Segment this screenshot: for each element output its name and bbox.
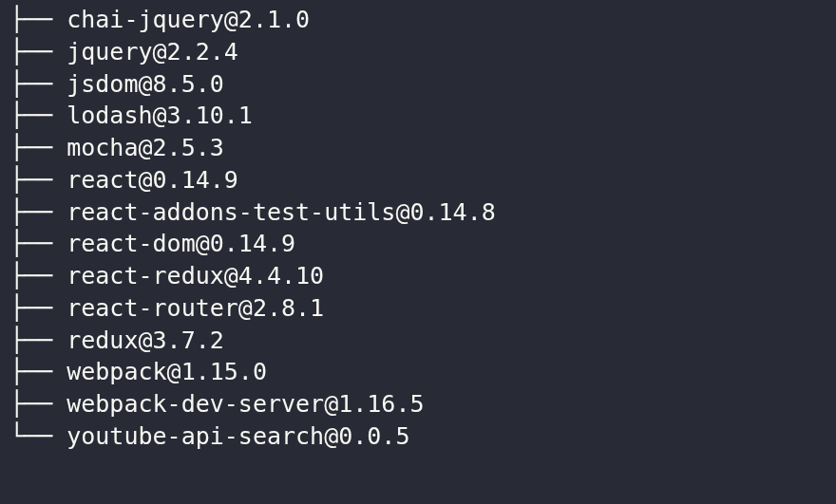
tree-branch-icon: ├── — [10, 196, 66, 229]
package-name: mocha@2.5.3 — [66, 132, 224, 164]
package-line: ├── react-router@2.8.1 — [10, 292, 826, 325]
tree-branch-icon: ├── — [10, 228, 66, 260]
package-line: ├── jquery@2.2.4 — [10, 36, 826, 68]
package-name: webpack@1.15.0 — [66, 356, 267, 388]
package-name: jquery@2.2.4 — [66, 36, 238, 68]
package-line: ├── react-redux@4.4.10 — [10, 260, 826, 292]
package-name: redux@3.7.2 — [66, 325, 224, 357]
tree-branch-icon: ├── — [10, 164, 66, 196]
package-name: react-router@2.8.1 — [66, 292, 324, 325]
package-line: ├── react-addons-test-utils@0.14.8 — [10, 196, 826, 229]
package-name: webpack-dev-server@1.16.5 — [66, 388, 424, 420]
package-line: ├── mocha@2.5.3 — [10, 132, 826, 164]
tree-branch-icon: ├── — [10, 260, 66, 292]
package-name: react-addons-test-utils@0.14.8 — [66, 196, 496, 229]
tree-branch-icon: ├── — [10, 325, 66, 357]
package-line: ├── redux@3.7.2 — [10, 325, 826, 357]
tree-branch-icon: ├── — [10, 36, 66, 68]
package-line: ├── jsdom@8.5.0 — [10, 68, 826, 101]
package-name: lodash@3.10.1 — [66, 100, 253, 132]
tree-branch-icon: ├── — [10, 356, 66, 388]
package-name: chai-jquery@2.1.0 — [66, 4, 310, 36]
package-name: react-redux@4.4.10 — [66, 260, 324, 292]
package-name: react-dom@0.14.9 — [66, 228, 295, 260]
tree-branch-icon: └── — [10, 420, 66, 453]
package-name: react@0.14.9 — [66, 164, 238, 196]
package-line: └── youtube-api-search@0.0.5 — [10, 420, 826, 453]
package-line: ├── react@0.14.9 — [10, 164, 826, 196]
tree-branch-icon: ├── — [10, 292, 66, 325]
tree-branch-icon: ├── — [10, 68, 66, 101]
package-line: ├── webpack@1.15.0 — [10, 356, 826, 388]
package-name: youtube-api-search@0.0.5 — [66, 420, 409, 453]
tree-branch-icon: ├── — [10, 100, 66, 132]
tree-branch-icon: ├── — [10, 4, 66, 36]
package-line: ├── webpack-dev-server@1.16.5 — [10, 388, 826, 420]
tree-branch-icon: ├── — [10, 132, 66, 164]
package-line: ├── react-dom@0.14.9 — [10, 228, 826, 260]
tree-branch-icon: ├── — [10, 388, 66, 420]
package-line: ├── lodash@3.10.1 — [10, 100, 826, 132]
terminal-output: ├── chai-jquery@2.1.0├── jquery@2.2.4├──… — [10, 4, 826, 453]
package-line: ├── chai-jquery@2.1.0 — [10, 4, 826, 36]
package-name: jsdom@8.5.0 — [66, 68, 224, 101]
